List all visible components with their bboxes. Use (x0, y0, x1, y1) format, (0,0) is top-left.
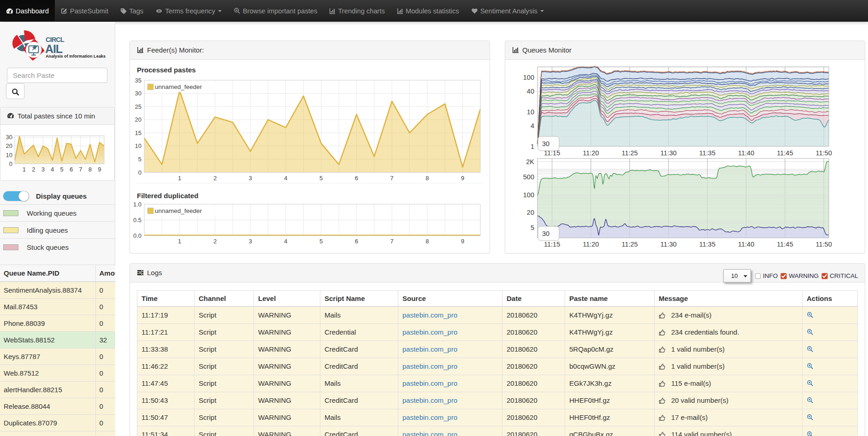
svg-text:4: 4 (284, 238, 287, 245)
svg-text:30: 30 (542, 140, 549, 147)
svg-text:1: 1 (178, 175, 181, 182)
svg-text:2: 2 (213, 238, 217, 245)
svg-text:30: 30 (6, 134, 12, 141)
svg-text:1: 1 (178, 238, 181, 245)
svg-text:11:50: 11:50 (815, 149, 832, 157)
svg-text:7: 7 (79, 166, 82, 173)
svg-text:5: 5 (138, 156, 142, 163)
svg-text:10: 10 (527, 108, 534, 116)
svg-text:100: 100 (523, 191, 534, 199)
svg-text:9: 9 (461, 175, 464, 182)
svg-text:Analysis of Information Leaks: Analysis of Information Leaks (46, 54, 106, 59)
svg-text:25: 25 (135, 103, 142, 110)
svg-text:3: 3 (249, 238, 252, 245)
svg-text:0: 0 (138, 169, 142, 176)
svg-text:9: 9 (461, 238, 464, 245)
svg-text:2K: 2K (526, 158, 534, 165)
svg-text:11:25: 11:25 (621, 149, 638, 157)
svg-text:6: 6 (355, 238, 358, 245)
svg-text:5: 5 (319, 175, 323, 182)
svg-text:11:35: 11:35 (699, 149, 715, 157)
svg-text:11:20: 11:20 (583, 149, 599, 157)
svg-text:11:40: 11:40 (738, 149, 754, 157)
svg-text:5: 5 (319, 238, 323, 245)
svg-text:1: 1 (531, 143, 534, 150)
svg-text:5: 5 (531, 224, 534, 231)
svg-text:4: 4 (51, 166, 54, 173)
svg-text:30: 30 (135, 90, 142, 97)
svg-text:3: 3 (41, 166, 45, 173)
svg-text:30: 30 (542, 230, 549, 237)
svg-text:1.0: 1.0 (133, 201, 142, 208)
svg-text:10: 10 (135, 142, 142, 149)
svg-text:35: 35 (135, 77, 142, 84)
svg-text:8: 8 (89, 166, 92, 173)
svg-text:6: 6 (70, 166, 73, 173)
svg-text:100: 100 (523, 74, 534, 81)
svg-text:11:15: 11:15 (544, 241, 560, 248)
svg-text:8: 8 (425, 175, 429, 182)
svg-text:4: 4 (531, 122, 534, 130)
svg-text:0.5: 0.5 (133, 217, 142, 224)
svg-text:11:20: 11:20 (583, 241, 599, 248)
svg-text:2: 2 (32, 166, 35, 173)
svg-text:1: 1 (23, 166, 26, 173)
svg-text:7: 7 (390, 175, 394, 182)
svg-text:10: 10 (6, 152, 12, 159)
svg-text:40: 40 (527, 88, 534, 95)
svg-text:20: 20 (6, 142, 12, 149)
svg-text:6: 6 (355, 175, 358, 182)
svg-text:unnamed_feeder: unnamed_feeder (155, 83, 202, 90)
svg-text:11:30: 11:30 (661, 149, 677, 157)
svg-text:7: 7 (390, 238, 394, 245)
svg-text:11:50: 11:50 (815, 241, 832, 248)
svg-text:0: 0 (9, 160, 12, 167)
svg-text:11:35: 11:35 (699, 241, 715, 248)
svg-text:20: 20 (527, 209, 534, 216)
svg-text:4: 4 (284, 175, 287, 182)
svg-text:11:45: 11:45 (777, 149, 793, 157)
svg-text:11:40: 11:40 (738, 241, 754, 248)
svg-text:AIL: AIL (45, 42, 63, 55)
svg-text:8: 8 (425, 238, 429, 245)
svg-text:20: 20 (135, 116, 142, 123)
svg-text:0.0: 0.0 (133, 232, 142, 239)
svg-text:11:45: 11:45 (777, 241, 793, 248)
svg-text:5: 5 (60, 166, 63, 173)
svg-text:3: 3 (249, 175, 252, 182)
svg-text:15: 15 (135, 130, 142, 136)
svg-text:unnamed_feeder: unnamed_feeder (155, 207, 202, 214)
svg-text:2: 2 (213, 175, 217, 182)
svg-text:9: 9 (98, 166, 101, 173)
svg-text:11:25: 11:25 (621, 241, 638, 248)
svg-text:11:30: 11:30 (661, 241, 677, 248)
svg-text:500: 500 (523, 173, 534, 181)
